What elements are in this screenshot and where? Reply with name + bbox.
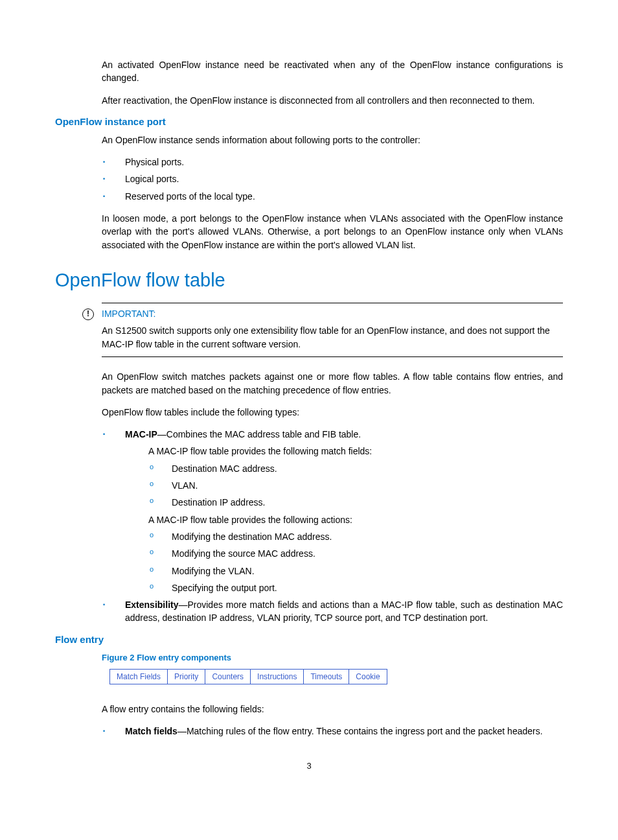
- paragraph: A flow entry contains the following fiel…: [102, 703, 563, 716]
- ports-list: Physical ports. Logical ports. Reserved …: [102, 156, 563, 203]
- list-item: Logical ports.: [102, 172, 563, 185]
- flow-entry-fields-list: Match fields—Matching rules of the flow …: [102, 725, 563, 738]
- paragraph: A MAC-IP flow table provides the followi…: [148, 445, 563, 458]
- list-item-match-fields: Match fields—Matching rules of the flow …: [102, 725, 563, 738]
- paragraph: After reactivation, the OpenFlow instanc…: [102, 94, 563, 107]
- heading-openflow-instance-port: OpenFlow instance port: [55, 116, 563, 127]
- list-item-macip: MAC-IP—Combines the MAC address table an…: [102, 428, 563, 594]
- important-text: An S12500 switch supports only one exten…: [102, 324, 563, 351]
- list-item: VLAN.: [148, 479, 563, 492]
- flow-entry-components-table: Match Fields Priority Counters Instructi…: [109, 669, 387, 684]
- macip-match-fields-list: Destination MAC address. VLAN. Destinati…: [148, 462, 563, 509]
- list-item: Specifying the output port.: [148, 581, 563, 594]
- alert-icon: !: [82, 309, 94, 320]
- mf-label: Match fields: [125, 726, 177, 736]
- document-page: An activated OpenFlow instance need be r…: [0, 0, 618, 803]
- table-cell: Timeouts: [304, 669, 349, 684]
- list-item: Destination MAC address.: [148, 462, 563, 475]
- table-cell: Cookie: [349, 669, 387, 684]
- paragraph: An OpenFlow switch matches packets again…: [102, 370, 563, 397]
- paragraph: OpenFlow flow tables include the followi…: [102, 406, 563, 419]
- important-callout: !IMPORTANT: An S12500 switch supports on…: [102, 303, 563, 357]
- ext-desc: —Provides more match fields and actions …: [125, 600, 563, 623]
- table-cell: Instructions: [251, 669, 304, 684]
- paragraph: An OpenFlow instance sends information a…: [102, 134, 563, 146]
- figure-caption: Figure 2 Flow entry components: [102, 653, 563, 662]
- important-label: IMPORTANT:: [102, 309, 156, 319]
- macip-actions-list: Modifying the destination MAC address. M…: [148, 530, 563, 594]
- important-title: !IMPORTANT:: [102, 309, 563, 320]
- mf-desc: —Matching rules of the flow entry. These…: [177, 726, 543, 736]
- list-item: Modifying the destination MAC address.: [148, 530, 563, 543]
- ext-label: Extensibility: [125, 600, 178, 610]
- macip-label: MAC-IP: [125, 429, 157, 439]
- list-item: Reserved ports of the local type.: [102, 190, 563, 203]
- page-number: 3: [55, 761, 563, 771]
- table-cell: Counters: [205, 669, 251, 684]
- list-item: Modifying the source MAC address.: [148, 547, 563, 560]
- table-cell: Match Fields: [110, 669, 168, 684]
- table-cell: Priority: [168, 669, 205, 684]
- flow-table-types-list: MAC-IP—Combines the MAC address table an…: [102, 428, 563, 625]
- list-item: Physical ports.: [102, 156, 563, 169]
- list-item: Modifying the VLAN.: [148, 565, 563, 578]
- list-item: Destination IP address.: [148, 496, 563, 509]
- list-item-extensibility: Extensibility—Provides more match fields…: [102, 598, 563, 625]
- heading-openflow-flow-table: OpenFlow flow table: [55, 270, 563, 291]
- paragraph: An activated OpenFlow instance need be r…: [102, 58, 563, 85]
- heading-flow-entry: Flow entry: [55, 634, 563, 645]
- paragraph: In loosen mode, a port belongs to the Op…: [102, 212, 563, 251]
- paragraph: A MAC-IP flow table provides the followi…: [148, 513, 563, 526]
- macip-desc: —Combines the MAC address table and FIB …: [157, 429, 361, 439]
